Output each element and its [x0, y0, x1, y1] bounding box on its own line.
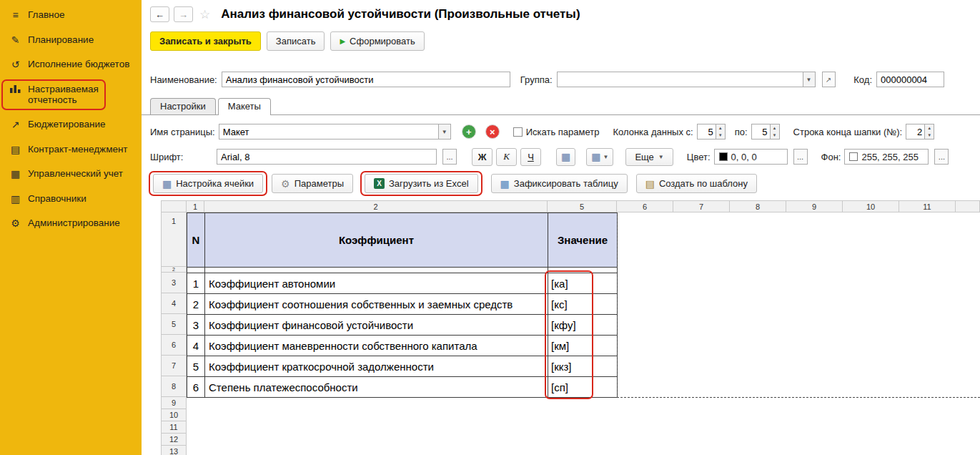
add-page-button[interactable]: +	[462, 124, 476, 139]
sheet-cell[interactable]: Степень платежеспособности	[205, 377, 548, 398]
forward-button[interactable]: →	[174, 6, 193, 22]
spin-up-icon[interactable]: ▲	[716, 124, 725, 132]
sheet-cell[interactable]: 3	[187, 315, 205, 336]
page-name-dropdown-icon[interactable]: ▼	[439, 124, 451, 140]
spin-up-icon[interactable]: ▲	[771, 124, 779, 132]
row-number[interactable]: 12	[161, 434, 187, 446]
save-button[interactable]: Записать	[267, 31, 325, 51]
color-field[interactable]: 0, 0, 0	[714, 149, 788, 165]
data-column-to-input[interactable]	[751, 124, 771, 140]
sidebar-item-catalogs[interactable]: ▥ Справочники	[0, 187, 142, 212]
spin-down-icon[interactable]: ▼	[716, 132, 725, 139]
row-number[interactable]: 7	[161, 356, 187, 376]
search-param-checkbox[interactable]	[513, 127, 523, 137]
spin-up-icon[interactable]: ▲	[925, 124, 934, 132]
sheet-cell[interactable]: Коэффициент маневренности собственного к…	[205, 336, 548, 356]
row-number[interactable]: 8	[161, 376, 187, 397]
sheet-cell[interactable]: [сп]	[548, 377, 618, 398]
code-input[interactable]	[876, 72, 944, 87]
page-name-input[interactable]	[219, 124, 439, 140]
sheet-cell[interactable]: [км]	[548, 336, 618, 356]
sheet-cell[interactable]: Коэффициент финансовой устойчивости	[205, 315, 548, 336]
column-header[interactable]: 11	[899, 200, 956, 212]
delete-page-button[interactable]: ×	[485, 124, 500, 139]
name-input[interactable]	[222, 72, 510, 87]
row-number[interactable]: 10	[161, 409, 187, 421]
load-from-excel-button[interactable]: X Загрузить из Excel	[365, 174, 478, 193]
column-header[interactable]: 10	[843, 200, 899, 212]
column-header[interactable]: 2	[204, 200, 548, 212]
sheet-cell[interactable]: [кфу]	[548, 315, 618, 336]
sidebar-item-contract-management[interactable]: ▤ Контракт-менеджмент	[0, 137, 142, 162]
italic-button[interactable]: К	[496, 148, 517, 166]
sheet-canvas[interactable]: N Коэффициент Значение 1 Коэффициент авт…	[187, 212, 980, 455]
sheet-cell[interactable]	[548, 268, 618, 273]
sidebar-item-planning[interactable]: ✎ Планирование	[0, 28, 142, 53]
generate-button[interactable]: ▶ Сформировать	[330, 31, 424, 51]
sheet-cell[interactable]: Коэффициент автономии	[205, 273, 548, 294]
sheet-cell[interactable]: 6	[187, 377, 205, 398]
sheet-cell[interactable]: [ка]	[548, 273, 618, 294]
column-header[interactable]: 7	[673, 200, 730, 212]
sheet-cell[interactable]: 5	[187, 356, 205, 377]
column-header[interactable]: 6	[617, 200, 673, 212]
column-header[interactable]: 8	[730, 200, 786, 212]
spin-down-icon[interactable]: ▼	[771, 132, 779, 139]
back-button[interactable]: ←	[150, 6, 169, 22]
group-input[interactable]	[557, 72, 803, 87]
more-button[interactable]: Еще ▼	[625, 148, 673, 166]
cell-settings-button[interactable]: ▦ Настройка ячейки	[153, 174, 263, 193]
column-header[interactable]: 1	[187, 200, 204, 212]
save-and-close-button[interactable]: Записать и закрыть	[150, 31, 261, 51]
sidebar-item-budgeting[interactable]: ↗ Бюджетирование	[0, 112, 142, 137]
tab-layouts[interactable]: Макеты	[218, 98, 271, 115]
data-column-from-input[interactable]	[697, 124, 716, 140]
sheet-cell[interactable]: [ккз]	[548, 356, 618, 377]
sidebar-item-budget-execution[interactable]: ↺ Исполнение бюджетов	[0, 52, 142, 77]
row-number[interactable]: 11	[161, 421, 187, 434]
font-input[interactable]	[217, 149, 437, 165]
parameters-button[interactable]: ⚙ Параметры	[272, 174, 353, 193]
row-number[interactable]: 9	[161, 397, 187, 409]
column-header[interactable]: 9	[786, 200, 843, 212]
row-number[interactable]: 3	[161, 273, 187, 293]
sheet-cell[interactable]: Коэффициент	[205, 213, 548, 268]
header-end-row-input[interactable]	[906, 124, 925, 140]
background-field[interactable]: 255, 255, 255	[844, 149, 929, 165]
sheet-cell[interactable]	[205, 268, 548, 273]
group-open-button[interactable]: ↗	[822, 72, 836, 87]
spin-down-icon[interactable]: ▼	[925, 132, 934, 139]
sheet-cell[interactable]: Коэффициент соотношения собственных и за…	[205, 294, 548, 315]
underline-button[interactable]: Ч	[520, 148, 541, 166]
sheet-cell[interactable]: 2	[187, 294, 205, 315]
row-number[interactable]: 13	[161, 446, 187, 455]
create-from-template-button[interactable]: ▤ Создать по шаблону	[636, 174, 757, 193]
sheet-cell[interactable]: Значение	[548, 213, 618, 268]
favorite-star-icon[interactable]: ☆	[199, 7, 210, 22]
row-number[interactable]: 2	[161, 267, 187, 273]
tab-settings[interactable]: Настройки	[150, 98, 216, 114]
sidebar-item-custom-reports[interactable]: Настраиваемая отчетность	[0, 77, 142, 113]
group-dropdown-icon[interactable]: ▼	[803, 72, 816, 87]
background-picker-button[interactable]: ...	[934, 149, 949, 165]
sheet-cell[interactable]: N	[187, 213, 205, 268]
sidebar-item-management-accounting[interactable]: ▦ Управленческий учет	[0, 162, 142, 187]
row-number[interactable]: 6	[161, 335, 187, 356]
row-number[interactable]: 4	[161, 293, 187, 314]
column-header[interactable]: 5	[548, 200, 617, 212]
bold-button[interactable]: Ж	[472, 148, 493, 166]
sheet-cell[interactable]: 1	[187, 273, 205, 294]
sheet-cell[interactable]: 4	[187, 336, 205, 356]
row-number[interactable]: 5	[161, 314, 187, 335]
merge-cells-button[interactable]: ▦	[556, 148, 575, 166]
fix-table-button[interactable]: ▦ Зафиксировать таблицу	[491, 174, 628, 193]
color-picker-button[interactable]: ...	[793, 149, 808, 165]
sheet-cell[interactable]: [кс]	[548, 294, 618, 315]
font-picker-button[interactable]: ...	[442, 149, 457, 165]
sheet-cell[interactable]: Коэффициент краткосрочной задолженности	[205, 356, 548, 377]
sheet-cell[interactable]	[187, 268, 205, 273]
corner-cell[interactable]	[161, 200, 187, 212]
sidebar-item-main[interactable]: ≡ Главное	[0, 3, 142, 28]
borders-button[interactable]: ▦▼	[586, 148, 613, 166]
sidebar-item-administration[interactable]: ⚙ Администрирование	[0, 211, 142, 236]
